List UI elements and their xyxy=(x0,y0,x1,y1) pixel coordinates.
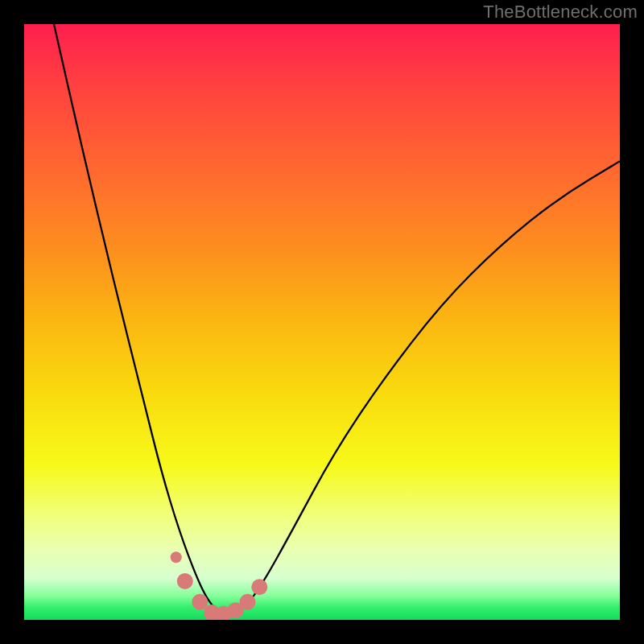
chart-frame: TheBottleneck.com xyxy=(0,0,644,644)
watermark-label: TheBottleneck.com xyxy=(483,2,638,23)
highlight-dot xyxy=(192,594,208,610)
highlight-dot xyxy=(240,594,256,610)
highlight-dot xyxy=(171,551,182,563)
curve-svg xyxy=(24,24,620,620)
highlight-dot xyxy=(251,579,267,595)
bottleneck-curve xyxy=(54,24,620,614)
plot-area xyxy=(24,24,620,620)
highlight-dot xyxy=(177,573,193,589)
highlight-dots xyxy=(171,551,268,620)
